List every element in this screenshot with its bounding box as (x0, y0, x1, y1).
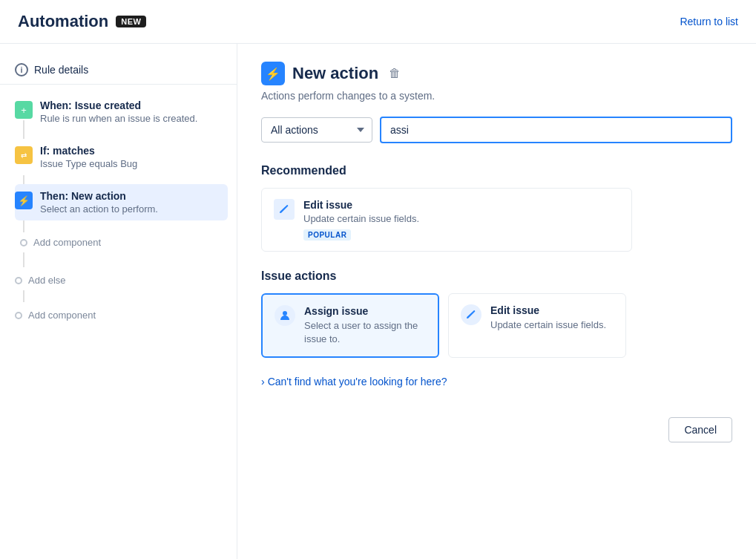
info-icon: i (15, 63, 28, 76)
add-component-bottom-section[interactable]: Add component (0, 305, 237, 325)
edit-issue-body: Edit issue Update certain issue fields. (490, 304, 606, 332)
app-title: Automation (18, 12, 108, 31)
sidebar-items: + When: Issue created Rule is run when a… (0, 94, 237, 252)
popular-badge: POPULAR (303, 229, 351, 241)
content-title: New action (292, 64, 378, 83)
then-icon: ⚡ (15, 192, 33, 209)
actions-dropdown[interactable]: All actions Issue actions Project action… (261, 117, 372, 143)
content-subtitle: Actions perform changes to a system. (261, 90, 732, 102)
if-title: If: matches (40, 145, 137, 157)
connector-5 (23, 290, 24, 302)
then-subtitle: Select an action to perform. (40, 203, 158, 215)
issue-actions-title: Issue actions (261, 269, 732, 283)
when-text: When: Issue created Rule is run when an … (40, 99, 197, 124)
assign-person-icon (275, 305, 295, 326)
connector-4 (23, 252, 24, 267)
when-icon: + (15, 101, 33, 119)
recommended-card-body: Edit issue Update certain issue fields. … (303, 199, 419, 241)
sidebar: i Rule details + When: Issue created Rul… (0, 44, 237, 559)
assign-issue-title: Assign issue (304, 305, 426, 317)
cant-find-chevron: › (261, 376, 265, 388)
main-layout: i Rule details + When: Issue created Rul… (0, 44, 756, 559)
content-area: ⚡ New action 🗑 Actions perform changes t… (237, 44, 756, 559)
content-header: ⚡ New action 🗑 (261, 62, 732, 85)
recommended-title: Recommended (261, 164, 732, 177)
cant-find-link[interactable]: › Can't find what you're looking for her… (261, 376, 732, 388)
add-else-label: Add else (28, 275, 66, 286)
add-component-dot (20, 239, 27, 246)
sidebar-item-then[interactable]: ⚡ Then: New action Select an action to p… (15, 184, 228, 220)
add-component-bottom-label: Add component (28, 310, 96, 321)
recommended-card[interactable]: Edit issue Update certain issue fields. … (261, 188, 632, 252)
cant-find-text: Can't find what you're looking for here? (268, 376, 447, 388)
recommended-card-title: Edit issue (303, 199, 419, 211)
recommended-card-subtitle: Update certain issue fields. (303, 213, 419, 224)
issue-actions-grid: Assign issue Select a user to assign the… (261, 293, 732, 358)
sidebar-item-if[interactable]: ⇄ If: matches Issue Type equals Bug (15, 139, 237, 175)
new-badge: NEW (116, 16, 146, 27)
search-input[interactable] (380, 117, 732, 143)
then-title: Then: New action (40, 190, 158, 202)
if-subtitle: Issue Type equals Bug (40, 158, 137, 169)
sidebar-item-when[interactable]: + When: Issue created Rule is run when a… (15, 94, 237, 130)
app-header: Automation NEW Return to list (0, 0, 756, 44)
add-component-label: Add component (33, 237, 101, 248)
edit-issue-subtitle: Update certain issue fields. (490, 318, 606, 332)
recommended-edit-icon (274, 199, 295, 220)
add-component-bottom-dot (15, 312, 22, 319)
sidebar-rule-details[interactable]: i Rule details (0, 56, 237, 85)
header-left: Automation NEW (18, 12, 146, 31)
if-text: If: matches Issue Type equals Bug (40, 145, 137, 169)
if-icon: ⇄ (15, 146, 33, 164)
then-text: Then: New action Select an action to per… (40, 190, 158, 215)
when-subtitle: Rule is run when an issue is created. (40, 113, 197, 124)
add-else-section[interactable]: Add else (0, 270, 237, 290)
edit-issue-card[interactable]: Edit issue Update certain issue fields. (448, 293, 626, 358)
bottom-bar: Cancel (261, 411, 732, 442)
assign-issue-subtitle: Select a user to assign the issue to. (304, 319, 426, 346)
cancel-button[interactable]: Cancel (668, 417, 732, 442)
add-else-dot (15, 277, 22, 284)
edit-issue-title: Edit issue (490, 304, 606, 316)
connector-when (23, 120, 24, 136)
assign-issue-body: Assign issue Select a user to assign the… (304, 305, 426, 346)
rule-details-label: Rule details (34, 64, 88, 76)
new-action-icon: ⚡ (261, 62, 285, 85)
connector-2 (23, 175, 24, 184)
edit-pencil-icon (461, 304, 481, 325)
connector-3 (23, 220, 24, 232)
when-title: When: Issue created (40, 99, 197, 111)
return-link[interactable]: Return to list (680, 16, 738, 27)
svg-point-0 (283, 311, 287, 316)
trash-icon[interactable]: 🗑 (389, 67, 401, 80)
add-component-row[interactable]: Add component (15, 232, 237, 252)
filter-row: All actions Issue actions Project action… (261, 117, 732, 143)
assign-issue-card[interactable]: Assign issue Select a user to assign the… (261, 293, 439, 358)
